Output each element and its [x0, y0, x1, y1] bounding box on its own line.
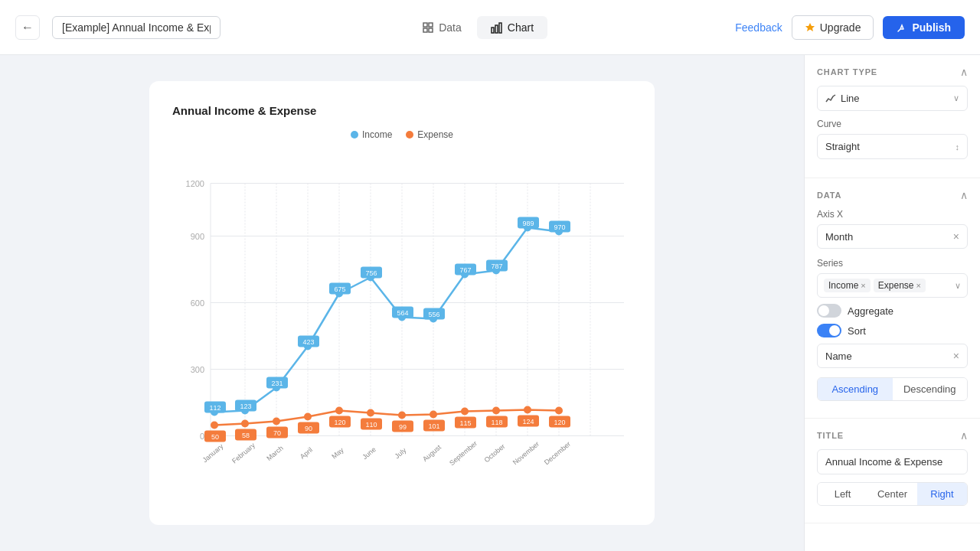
sort-field-input[interactable]: Name ×: [817, 344, 968, 368]
svg-text:50: 50: [211, 433, 219, 441]
align-left-button[interactable]: Left: [818, 483, 867, 505]
title-body: Left Center Right: [805, 449, 980, 523]
svg-text:May: May: [330, 446, 345, 461]
aggregate-toggle[interactable]: [817, 304, 841, 318]
line-chart-svg: 0 300 600 900 1200: [172, 148, 632, 510]
svg-text:99: 99: [399, 423, 407, 431]
svg-text:101: 101: [428, 422, 439, 430]
axis-x-clear[interactable]: ×: [953, 230, 959, 243]
svg-text:1200: 1200: [186, 179, 204, 188]
chart-type-header[interactable]: CHART TYPE ∧: [805, 55, 980, 86]
chart-type-section: CHART TYPE ∧ Line ∨ Curve Straight ↕: [805, 55, 980, 178]
title-chevron: ∧: [960, 429, 968, 442]
svg-text:February: February: [230, 441, 256, 465]
right-panel: CHART TYPE ∧ Line ∨ Curve Straight ↕: [804, 55, 980, 551]
svg-text:989: 989: [522, 220, 534, 227]
curve-label: Curve: [817, 119, 968, 129]
chart-title-field[interactable]: [817, 449, 968, 474]
sort-label: Sort: [848, 325, 866, 337]
series-tag-expense-remove[interactable]: ×: [916, 281, 921, 290]
svg-point-97: [524, 406, 531, 414]
data-header[interactable]: DATA ∧: [805, 178, 980, 209]
svg-text:600: 600: [191, 298, 204, 308]
curve-value: Straight: [825, 141, 860, 152]
svg-rect-5: [495, 25, 498, 33]
svg-text:April: April: [299, 446, 314, 461]
tab-data-label: Data: [439, 21, 462, 34]
data-title: DATA: [817, 191, 841, 200]
svg-text:123: 123: [240, 403, 251, 410]
svg-text:767: 767: [459, 266, 471, 274]
data-chevron: ∧: [960, 189, 968, 201]
svg-text:110: 110: [365, 421, 377, 429]
svg-text:970: 970: [554, 223, 565, 231]
svg-text:787: 787: [491, 262, 502, 270]
svg-rect-6: [499, 23, 501, 33]
svg-text:120: 120: [554, 419, 565, 426]
sort-order-group: Ascending Descending: [817, 377, 968, 401]
series-label: Series: [817, 258, 968, 269]
svg-text:115: 115: [459, 419, 471, 427]
upgrade-button[interactable]: Upgrade: [792, 15, 874, 40]
svg-text:58: 58: [242, 432, 250, 439]
svg-text:October: October: [483, 442, 507, 464]
tab-chart[interactable]: Chart: [477, 16, 547, 39]
tab-data[interactable]: Data: [408, 16, 475, 39]
back-button[interactable]: ←: [15, 15, 40, 40]
series-tag-income-remove[interactable]: ×: [861, 281, 865, 290]
publish-label: Publish: [912, 21, 951, 34]
svg-rect-0: [423, 23, 427, 27]
svg-text:124: 124: [522, 418, 534, 425]
series-dropdown-arrow: ∨: [955, 281, 961, 291]
sort-toggle-thumb: [829, 325, 840, 336]
svg-text:90: 90: [305, 425, 312, 432]
svg-text:900: 900: [191, 232, 204, 241]
data-body: Axis X Month × Series Income × Expense: [805, 209, 980, 418]
sort-row: Sort: [817, 324, 968, 337]
svg-text:70: 70: [273, 429, 281, 437]
chart-type-value: Line: [841, 93, 860, 104]
chart-type-dropdown[interactable]: Line ∨: [817, 86, 968, 111]
legend-expense: Expense: [406, 129, 453, 140]
sort-ascending-button[interactable]: Ascending: [818, 378, 893, 400]
chart-type-dropdown-arrow: ∨: [953, 93, 959, 103]
tab-group: Data Chart: [233, 16, 723, 39]
series-tag-input[interactable]: Income × Expense × ∨: [817, 273, 968, 298]
svg-point-73: [273, 418, 280, 425]
svg-point-70: [241, 420, 249, 428]
topbar-right: Feedback Upgrade Publish: [735, 15, 965, 40]
axis-x-label: Axis X: [817, 209, 968, 220]
aggregate-label: Aggregate: [848, 305, 893, 317]
axis-x-input[interactable]: Month ×: [817, 224, 968, 249]
curve-dropdown[interactable]: Straight ↕: [817, 134, 968, 159]
sort-field-clear[interactable]: ×: [953, 350, 959, 362]
svg-point-94: [492, 407, 500, 415]
legend-label-income: Income: [362, 129, 392, 140]
sort-toggle[interactable]: [817, 324, 841, 337]
topbar: ← Data Chart Feedback Upgrade Publish: [0, 0, 980, 55]
svg-text:November: November: [511, 440, 541, 466]
title-header[interactable]: TITLE ∧: [805, 419, 980, 449]
align-center-button[interactable]: Center: [867, 483, 917, 505]
svg-text:423: 423: [302, 338, 314, 346]
svg-point-88: [430, 411, 437, 419]
svg-point-85: [398, 412, 406, 419]
svg-point-76: [304, 413, 312, 421]
svg-text:120: 120: [334, 419, 345, 426]
svg-text:556: 556: [428, 311, 439, 318]
svg-text:564: 564: [397, 309, 408, 317]
svg-point-82: [367, 409, 374, 417]
chart-area: Annual Income & Expense Income Expense: [0, 55, 804, 551]
svg-point-91: [461, 408, 469, 416]
feedback-button[interactable]: Feedback: [735, 21, 782, 34]
svg-rect-1: [429, 23, 433, 27]
axis-x-value: Month: [825, 231, 853, 243]
sort-descending-button[interactable]: Descending: [893, 378, 968, 400]
svg-point-79: [335, 407, 343, 415]
chart-title-input[interactable]: [52, 16, 220, 39]
publish-button[interactable]: Publish: [883, 16, 965, 39]
svg-text:March: March: [265, 444, 285, 462]
svg-text:675: 675: [334, 285, 345, 293]
align-right-button[interactable]: Right: [917, 483, 967, 505]
svg-rect-4: [492, 28, 494, 33]
